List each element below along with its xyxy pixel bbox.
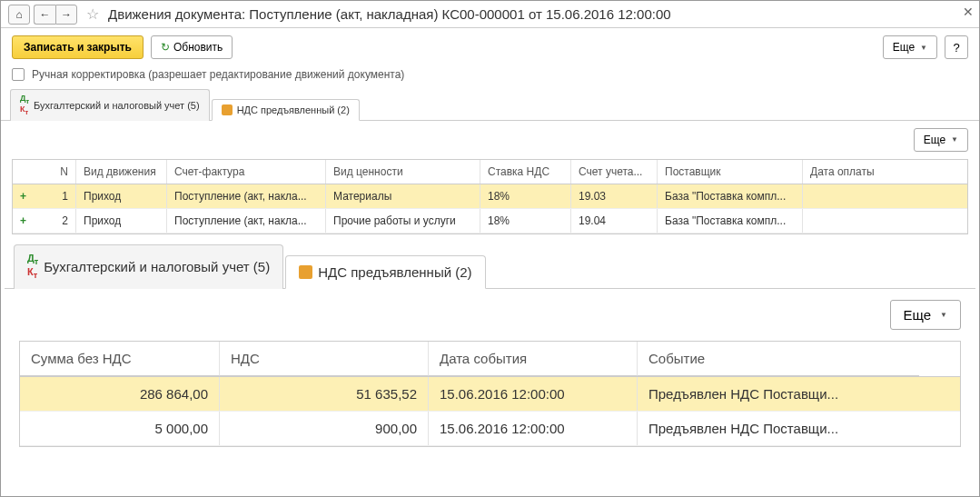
plus-icon: + [20, 214, 26, 227]
chevron-down-icon: ▼ [951, 135, 958, 144]
table-row[interactable]: 286 864,00 51 635,52 15.06.2016 12:00:00… [20, 377, 960, 412]
manual-correction-row: Ручная корректировка (разрешает редактир… [1, 65, 979, 88]
tab-lg-accounting[interactable]: ДтКт Бухгалтерский и налоговый учет (5) [14, 244, 283, 289]
col-account[interactable]: Счет учета... [571, 160, 658, 184]
tab-lg-vat-label: НДС предъявленный (2) [318, 264, 471, 280]
toolbar: Записать и закрыть ↻ Обновить Еще ▼ ? [1, 28, 979, 65]
col-value-type[interactable]: Вид ценности [326, 160, 480, 184]
more-button[interactable]: Еще ▼ [883, 35, 937, 59]
tabs-small: ДтКт Бухгалтерский и налоговый учет (5) … [1, 88, 979, 121]
plus-icon: + [20, 190, 26, 203]
grid-vat-detail: Сумма без НДС НДС Дата события Событие 2… [19, 341, 961, 447]
grid1-toolbar: Еще ▼ [1, 121, 979, 159]
favorite-icon[interactable]: ☆ [81, 5, 104, 23]
col-payment-date[interactable]: Дата оплаты [803, 160, 903, 184]
col-event-date[interactable]: Дата события [429, 342, 638, 376]
manual-correction-checkbox[interactable] [12, 68, 25, 81]
chevron-down-icon: ▼ [940, 311, 947, 319]
grid-vat-presented: N Вид движения Счет-фактура Вид ценности… [12, 159, 968, 234]
col-vat-rate[interactable]: Ставка НДС [480, 160, 571, 184]
window: ✕ ⌂ ← → ☆ Движения документа: Поступлени… [0, 0, 980, 497]
grid1-more-label: Еще [924, 134, 945, 146]
table-row[interactable]: 5 000,00 900,00 15.06.2016 12:00:00 Пред… [20, 412, 960, 446]
tab-vat[interactable]: НДС предъявленный (2) [212, 99, 360, 121]
back-button[interactable]: ← [34, 5, 55, 25]
tabs-large: ДтКт Бухгалтерский и налоговый учет (5) … [5, 244, 975, 289]
col-movement-type[interactable]: Вид движения [76, 160, 167, 184]
grid1-header: N Вид движения Счет-фактура Вид ценности… [13, 160, 967, 184]
col-sum-no-vat[interactable]: Сумма без НДС [20, 342, 220, 376]
table-row[interactable]: +2 Приход Поступление (акт, накла... Про… [13, 209, 967, 234]
titlebar: ⌂ ← → ☆ Движения документа: Поступление … [1, 1, 979, 28]
tab-lg-vat[interactable]: НДС предъявленный (2) [285, 255, 485, 289]
vat-icon [222, 104, 233, 115]
save-close-button[interactable]: Записать и закрыть [12, 35, 144, 59]
table-row[interactable]: +1 Приход Поступление (акт, накла... Мат… [13, 184, 967, 209]
col-event[interactable]: Событие [638, 342, 919, 376]
help-button[interactable]: ? [945, 35, 968, 59]
more-label: Еще [893, 41, 915, 54]
col-n[interactable]: N [13, 160, 76, 184]
dk-icon: ДтКт [27, 253, 38, 281]
col-invoice[interactable]: Счет-фактура [167, 160, 326, 184]
grid1-more-button[interactable]: Еще ▼ [914, 128, 968, 152]
tab-accounting[interactable]: ДтКт Бухгалтерский и налоговый учет (5) [10, 89, 210, 121]
grid2-more-button[interactable]: Еще ▼ [890, 300, 961, 330]
dk-icon: ДтКт [20, 94, 29, 116]
chevron-down-icon: ▼ [920, 44, 927, 52]
grid2-header: Сумма без НДС НДС Дата события Событие [20, 342, 960, 377]
refresh-button[interactable]: ↻ Обновить [151, 35, 233, 59]
refresh-icon: ↻ [161, 41, 170, 54]
tab-lg-accounting-label: Бухгалтерский и налоговый учет (5) [44, 259, 270, 274]
refresh-label: Обновить [173, 41, 223, 54]
tab-accounting-label: Бухгалтерский и налоговый учет (5) [34, 100, 200, 111]
tab-vat-label: НДС предъявленный (2) [237, 104, 350, 115]
vat-icon [299, 265, 312, 279]
grid2-more-label: Еще [904, 307, 932, 323]
manual-correction-label: Ручная корректировка (разрешает редактир… [32, 68, 404, 81]
grid2-toolbar: Еще ▼ [5, 289, 975, 341]
zoom-panel: ДтКт Бухгалтерский и налоговый учет (5) … [1, 244, 979, 447]
close-icon[interactable]: ✕ [963, 5, 974, 19]
forward-button[interactable]: → [55, 5, 77, 25]
col-supplier[interactable]: Поставщик [658, 160, 803, 184]
window-title: Движения документа: Поступление (акт, на… [108, 6, 671, 22]
col-vat[interactable]: НДС [220, 342, 429, 376]
home-button[interactable]: ⌂ [8, 5, 30, 25]
